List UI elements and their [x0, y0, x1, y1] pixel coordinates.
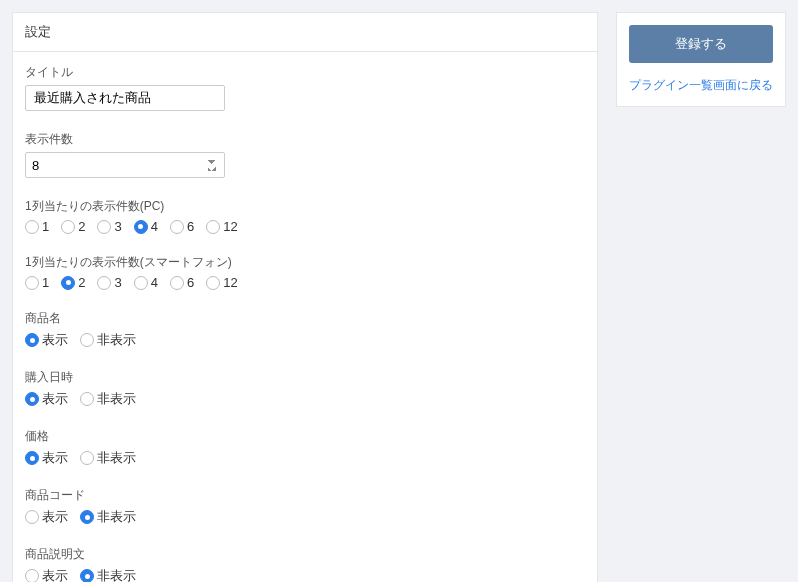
submit-button[interactable]: 登録する [629, 25, 773, 63]
radio-option-show[interactable]: 表示 [25, 331, 68, 349]
radio-label: 表示 [42, 508, 68, 526]
field-title: タイトル [25, 64, 585, 111]
radio-icon [80, 392, 94, 406]
field-per-row-pc: 1列当たりの表示件数(PC) 1234612 [25, 198, 585, 234]
field-price: 価格 表示非表示 [25, 428, 585, 467]
field-display-count: 表示件数 8 [25, 131, 585, 178]
radio-icon [25, 451, 39, 465]
radios-product-desc: 表示非表示 [25, 567, 585, 582]
radio-icon [25, 569, 39, 582]
radios-purchase-date: 表示非表示 [25, 390, 585, 408]
radio-label: 表示 [42, 567, 68, 582]
radio-label: 4 [151, 275, 158, 290]
label-product-code: 商品コード [25, 487, 585, 504]
radio-label: 表示 [42, 331, 68, 349]
radio-option[interactable]: 1 [25, 275, 49, 290]
radio-option[interactable]: 3 [97, 219, 121, 234]
radio-icon [206, 220, 220, 234]
field-per-row-sp: 1列当たりの表示件数(スマートフォン) 1234612 [25, 254, 585, 290]
label-purchase-date: 購入日時 [25, 369, 585, 386]
select-display-count[interactable]: 8 [25, 152, 225, 178]
radio-icon [25, 392, 39, 406]
back-link[interactable]: プラグイン一覧画面に戻る [629, 77, 773, 94]
radio-option[interactable]: 6 [170, 219, 194, 234]
radio-label: 12 [223, 219, 237, 234]
field-product-name: 商品名 表示非表示 [25, 310, 585, 349]
field-product-desc: 商品説明文 表示非表示 [25, 546, 585, 582]
radio-icon [61, 220, 75, 234]
radio-icon [134, 220, 148, 234]
radio-option-show[interactable]: 表示 [25, 390, 68, 408]
radios-price: 表示非表示 [25, 449, 585, 467]
radio-icon [206, 276, 220, 290]
field-purchase-date: 購入日時 表示非表示 [25, 369, 585, 408]
radio-option-show[interactable]: 表示 [25, 567, 68, 582]
label-price: 価格 [25, 428, 585, 445]
radios-per-row-pc: 1234612 [25, 219, 585, 234]
radio-icon [134, 276, 148, 290]
side-panel: 登録する プラグイン一覧画面に戻る [616, 12, 786, 107]
label-display-count: 表示件数 [25, 131, 585, 148]
radios-per-row-sp: 1234612 [25, 275, 585, 290]
radio-label: 非表示 [97, 508, 136, 526]
radio-option[interactable]: 4 [134, 275, 158, 290]
radios-product-name: 表示非表示 [25, 331, 585, 349]
radio-icon [170, 276, 184, 290]
radio-label: 4 [151, 219, 158, 234]
radio-label: 表示 [42, 390, 68, 408]
radio-option[interactable]: 6 [170, 275, 194, 290]
radio-icon [170, 220, 184, 234]
radio-label: 12 [223, 275, 237, 290]
radio-icon [97, 276, 111, 290]
radio-option-hide[interactable]: 非表示 [80, 331, 136, 349]
label-per-row-pc: 1列当たりの表示件数(PC) [25, 198, 585, 215]
radio-icon [80, 333, 94, 347]
radio-option-show[interactable]: 表示 [25, 449, 68, 467]
radio-option[interactable]: 12 [206, 275, 237, 290]
panel-title: 設定 [13, 13, 597, 52]
radio-label: 非表示 [97, 390, 136, 408]
radio-option[interactable]: 2 [61, 275, 85, 290]
radio-icon [25, 510, 39, 524]
radio-option-hide[interactable]: 非表示 [80, 567, 136, 582]
radio-icon [80, 451, 94, 465]
radio-label: 6 [187, 219, 194, 234]
radio-option[interactable]: 3 [97, 275, 121, 290]
radio-icon [61, 276, 75, 290]
radio-icon [97, 220, 111, 234]
radio-label: 3 [114, 219, 121, 234]
radio-label: 3 [114, 275, 121, 290]
label-product-name: 商品名 [25, 310, 585, 327]
radio-label: 表示 [42, 449, 68, 467]
radio-label: 1 [42, 275, 49, 290]
radio-option-show[interactable]: 表示 [25, 508, 68, 526]
radio-label: 2 [78, 275, 85, 290]
radio-option-hide[interactable]: 非表示 [80, 508, 136, 526]
radio-label: 6 [187, 275, 194, 290]
radio-icon [80, 569, 94, 582]
radio-icon [25, 276, 39, 290]
radio-label: 1 [42, 219, 49, 234]
radio-label: 2 [78, 219, 85, 234]
input-title[interactable] [25, 85, 225, 111]
label-title: タイトル [25, 64, 585, 81]
radios-product-code: 表示非表示 [25, 508, 585, 526]
field-product-code: 商品コード 表示非表示 [25, 487, 585, 526]
radio-label: 非表示 [97, 449, 136, 467]
radio-option-hide[interactable]: 非表示 [80, 449, 136, 467]
main-panel: 設定 タイトル 表示件数 8 1列当たりの表示件数(PC) 1234612 1列… [12, 12, 598, 582]
radio-label: 非表示 [97, 331, 136, 349]
radio-icon [80, 510, 94, 524]
radio-option-hide[interactable]: 非表示 [80, 390, 136, 408]
radio-icon [25, 333, 39, 347]
radio-icon [25, 220, 39, 234]
radio-option[interactable]: 12 [206, 219, 237, 234]
radio-option[interactable]: 1 [25, 219, 49, 234]
radio-label: 非表示 [97, 567, 136, 582]
label-per-row-sp: 1列当たりの表示件数(スマートフォン) [25, 254, 585, 271]
label-product-desc: 商品説明文 [25, 546, 585, 563]
radio-option[interactable]: 4 [134, 219, 158, 234]
radio-option[interactable]: 2 [61, 219, 85, 234]
